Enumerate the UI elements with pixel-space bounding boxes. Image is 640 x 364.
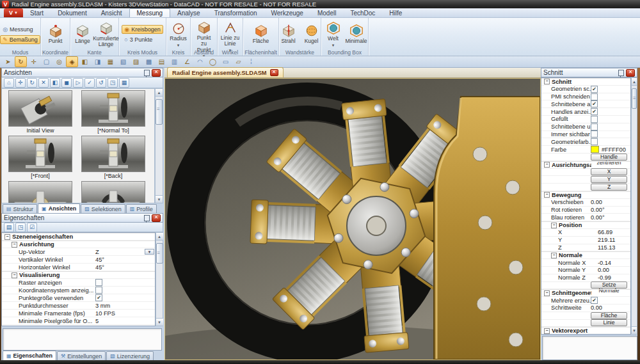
collapse-toggle-icon[interactable]: − (544, 328, 550, 334)
menu-tab[interactable]: Werkzeuge (264, 8, 310, 17)
menu-tab[interactable]: Transformation (207, 8, 264, 17)
dock-tab[interactable]: ▣ Ansichten (38, 203, 80, 213)
property-row[interactable]: − Linie ▼ (541, 320, 630, 328)
view-thumbnail[interactable] (81, 181, 145, 203)
property-row[interactable]: − Y 219.11 ▼ (541, 237, 630, 244)
property-row[interactable]: − Setze Normale ▼ (541, 282, 630, 290)
toolbar-icon[interactable]: ▤ (156, 56, 168, 67)
checkbox[interactable] (591, 100, 598, 107)
messung-option[interactable]: ◎ Messung (0, 25, 40, 34)
view-thumbnail[interactable]: [*Back] (81, 136, 145, 180)
property-row[interactable]: − Rot rotieren 0.00° ▼ (541, 207, 630, 214)
property-row[interactable]: − PMI schneiden ▼ (541, 93, 630, 101)
scrollbar-thumb[interactable] (156, 243, 163, 264)
checkbox[interactable] (591, 116, 598, 123)
toolbar-icon[interactable]: ▧ (117, 56, 129, 67)
menu-tab[interactable]: Modell (310, 8, 343, 17)
menu-tab[interactable]: TechDoc (343, 8, 382, 17)
property-row[interactable]: − Geometriefarb... ▼ (541, 138, 630, 146)
property-row[interactable]: − Vertikaler Winkel 45° ▼ (2, 256, 155, 264)
views-toolbar-icon[interactable]: ◳ (108, 78, 118, 88)
flaeche-button[interactable]: Fläche (250, 23, 272, 45)
color-swatch[interactable] (591, 146, 599, 153)
toolbar-icon[interactable]: ◎ (53, 56, 65, 67)
scroll-down-icon[interactable]: ▼ (632, 326, 637, 334)
pin-icon[interactable] (144, 215, 150, 221)
property-row[interactable]: − Schnitt ▼ (541, 78, 630, 86)
property-row[interactable]: − X ▼ (541, 169, 630, 177)
laenge-button[interactable]: Länge (72, 23, 93, 45)
property-row[interactable]: − Punktegröße verwenden ▼ (2, 294, 155, 302)
property-row[interactable]: − Blau rotieren 0.00° ▼ (541, 214, 630, 221)
toolbar-icon[interactable]: ◈ (66, 56, 78, 67)
scroll-up-icon[interactable]: ▲ (156, 233, 163, 241)
collapse-toggle-icon[interactable]: − (4, 234, 10, 240)
properties-toolbar-icon[interactable]: ▤ (4, 223, 14, 232)
scroll-up-icon[interactable]: ▲ (156, 89, 163, 97)
minimale-button[interactable]: Minimale (346, 23, 367, 45)
property-row[interactable]: − Geometrien sc... ▼ (541, 86, 630, 93)
property-row[interactable]: − Koordinatensystem anzeig... ▼ (2, 287, 155, 294)
toolbar-icon[interactable]: ▦ (104, 56, 116, 67)
scroll-up-icon[interactable]: ▲ (632, 78, 637, 86)
toolbar-icon[interactable]: ▢ (40, 56, 52, 67)
property-row[interactable]: − Up-Vektor Z ▼ (2, 248, 155, 256)
checkbox[interactable] (591, 108, 598, 115)
pin-icon[interactable] (144, 70, 150, 76)
property-row[interactable]: − Schnittgeometrie erzeugen ▼ (541, 289, 630, 297)
menu-tab[interactable]: Start (23, 8, 51, 17)
kumulierte-laenge-button[interactable]: Kumulierte Länge (95, 20, 117, 49)
property-row[interactable]: − Minimale Pixelgröße für O... 5 ▼ (2, 317, 155, 325)
view-thumbnail[interactable]: [*Normal To] (81, 90, 145, 134)
toolbar-icon[interactable]: ◯ (207, 56, 219, 67)
property-row[interactable]: − Mehrere erzeu... ▼ (541, 297, 630, 305)
property-row[interactable]: − Handles anzei... ▼ (541, 108, 630, 116)
checkbox[interactable] (591, 131, 598, 138)
views-scrollbar[interactable]: ▲ ▼ (155, 88, 163, 203)
property-row[interactable]: − Normale Y 0.00 ▼ (541, 267, 630, 274)
toolbar-icon[interactable]: ◧ (79, 56, 91, 67)
close-icon[interactable]: ✕ (270, 69, 278, 76)
collapse-toggle-icon[interactable]: − (544, 290, 550, 296)
strahl-button[interactable]: Strahl (278, 23, 300, 45)
views-toolbar-icon[interactable]: ✕ (38, 78, 49, 88)
collapse-toggle-icon[interactable]: − (551, 223, 557, 228)
property-row[interactable]: − Normale ▼ (541, 251, 630, 259)
toolbar-icon[interactable]: ➤ (2, 56, 14, 67)
viewport-3d[interactable] (164, 78, 541, 360)
close-icon[interactable]: ✕ (626, 69, 635, 77)
property-row[interactable]: − Verschieben 0.00 ▼ (541, 199, 630, 207)
views-toolbar-icon[interactable]: ✛ (15, 78, 26, 88)
toolbar-icon[interactable]: ◠ (194, 56, 206, 67)
scroll-down-icon[interactable]: ▼ (156, 318, 163, 326)
views-toolbar-icon[interactable]: ↺ (96, 78, 106, 88)
property-row[interactable]: − Punktdurchmesser 3 mm ▼ (2, 302, 155, 310)
property-row[interactable]: − Szeneneigenschaften ▼ (2, 233, 155, 241)
collapse-toggle-icon[interactable]: − (544, 192, 550, 198)
views-toolbar-icon[interactable]: ◧ (50, 78, 60, 88)
view-thumbnail[interactable]: [*Front] (8, 136, 72, 180)
kreisbogen-option[interactable]: ◉ Kreisbogen (122, 25, 163, 34)
views-toolbar-icon[interactable]: ▷ (73, 78, 83, 88)
punkt-button[interactable]: Punkt (45, 23, 67, 45)
property-button[interactable]: Setze Normale (591, 281, 627, 289)
document-tab[interactable]: Radial Engine assembly.SLDASM ✕ (167, 67, 284, 77)
checkbox[interactable] (591, 297, 598, 304)
property-row[interactable]: − Z ▼ (541, 184, 630, 191)
property-row[interactable]: − Z 115.13 ▼ (541, 244, 630, 252)
checkbox[interactable] (591, 123, 598, 131)
toolbar-icon[interactable]: ∠ (181, 56, 193, 67)
property-row[interactable]: − Schnittebene u... ▼ (541, 123, 630, 131)
linie-zu-linie-button[interactable]: Linie zu Linie▾ (219, 20, 241, 53)
dock-tab[interactable]: ▤ Struktur (3, 204, 37, 213)
property-row[interactable]: − Bewegung ▼ (541, 191, 630, 199)
properties-toolbar-icon[interactable]: ☑ (27, 223, 37, 232)
checkbox[interactable] (591, 138, 598, 145)
dock-tab[interactable]: ▧ Lizenzierung (106, 351, 154, 360)
views-toolbar-icon[interactable]: ✓ (84, 78, 95, 88)
menu-tab[interactable]: Hilfe (382, 8, 409, 17)
property-row[interactable]: − Normale X -0.14 ▼ (541, 259, 630, 267)
dock-tab[interactable]: ▥ Profile (126, 204, 157, 213)
toolbar-icon[interactable]: ▨ (130, 56, 142, 67)
toolbar-icon[interactable]: ✛ (28, 56, 40, 67)
